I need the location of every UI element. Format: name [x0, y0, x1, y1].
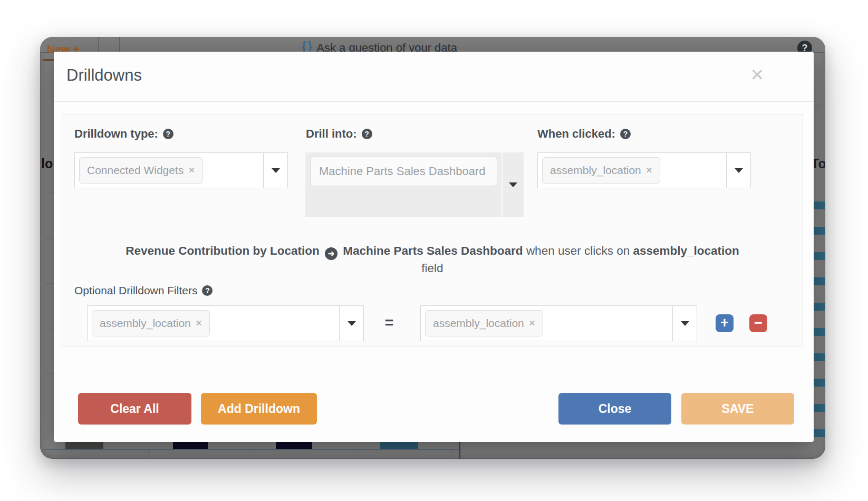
close-button[interactable]: Close	[558, 393, 671, 425]
background-panel-border	[459, 441, 460, 459]
remove-icon[interactable]: ✕	[188, 166, 195, 175]
app-window: New + { } Ask a question of your data ? …	[40, 37, 825, 459]
dropdown-arrow-button[interactable]	[501, 152, 524, 217]
background-table-bar	[813, 353, 825, 361]
add-drilldown-button[interactable]: Add Drilldown	[201, 393, 317, 425]
background-chart-bar	[380, 442, 418, 449]
save-button[interactable]: SAVE	[681, 393, 794, 425]
background-row-line	[40, 283, 54, 284]
drilldown-settings-panel: Drilldown type: ? Drill into: ? When cli…	[62, 114, 803, 346]
clear-all-button[interactable]: Clear All	[78, 393, 191, 425]
background-table-bar	[813, 303, 825, 311]
help-icon[interactable]: ?	[362, 129, 372, 139]
summary-line-2: field	[62, 260, 803, 276]
chevron-down-icon	[509, 182, 517, 187]
background-row-line	[40, 238, 54, 239]
drill-into-select[interactable]: Machine Parts Sales Dashboard	[305, 152, 524, 217]
filter-left-select[interactable]: assembly_location ✕	[87, 305, 364, 341]
background-chart-gridline	[148, 450, 149, 459]
background-table-bar	[813, 328, 825, 336]
plus-icon: +	[720, 315, 729, 331]
background-row-line	[40, 192, 54, 193]
background-row-line	[813, 105, 825, 106]
toolbar-divider	[119, 37, 120, 53]
background-chart-gridline	[45, 450, 45, 459]
background-chart-gridline	[359, 450, 359, 459]
arrow-circle-right-icon: ➜	[325, 247, 337, 260]
drilldown-type-tag: Connected Widgets ✕	[79, 157, 203, 184]
background-chart-bar	[65, 442, 103, 449]
drilldown-summary: Revenue Contribution by Location ➜ Machi…	[62, 243, 803, 276]
dropdown-arrow-button[interactable]	[672, 306, 697, 341]
modal-title: Drilldowns	[66, 66, 142, 85]
chevron-down-icon	[735, 168, 743, 173]
background-chart-bar	[173, 442, 208, 449]
background-table-bar	[813, 379, 825, 387]
dropdown-arrow-button[interactable]	[339, 306, 363, 341]
dropdown-arrow-button[interactable]	[726, 153, 750, 188]
background-table-bar	[813, 404, 825, 412]
drill-into-label: Drill into: ?	[306, 127, 372, 141]
chevron-down-icon	[348, 321, 356, 326]
remove-icon[interactable]: ✕	[196, 319, 202, 328]
background-row-line	[40, 373, 54, 374]
background-chart-gridline	[451, 450, 452, 459]
background-chart-axis	[40, 449, 460, 450]
help-icon[interactable]: ?	[202, 285, 213, 296]
background-row-line	[40, 329, 54, 329]
remove-icon[interactable]: ✕	[646, 166, 653, 175]
when-clicked-label: When clicked: ?	[537, 127, 631, 141]
dropdown-arrow-button[interactable]	[263, 153, 287, 188]
drill-into-value-pill: Machine Parts Sales Dashboard	[310, 157, 497, 186]
background-chart-bar	[276, 442, 312, 449]
help-icon[interactable]: ?	[620, 129, 631, 139]
background-table-bar	[813, 429, 825, 437]
remove-filter-button[interactable]: −	[749, 314, 767, 332]
filter-right-select[interactable]: assembly_location ✕	[420, 305, 697, 341]
background-text-fragment: lo	[41, 156, 53, 171]
modal-header: Drilldowns ✕	[54, 52, 814, 102]
toolbar-divider	[98, 37, 99, 53]
drilldowns-modal: Drilldowns ✕ Drilldown type: ? Drill int…	[54, 52, 814, 442]
background-table-bar	[813, 227, 825, 235]
when-clicked-select[interactable]: assembly_location ✕	[537, 152, 751, 188]
background-chart-gridline	[254, 450, 254, 459]
filter-right-tag: assembly_location ✕	[425, 310, 543, 336]
help-icon[interactable]: ?	[163, 129, 173, 139]
add-filter-button[interactable]: +	[716, 314, 734, 332]
footer-divider	[54, 372, 814, 372]
chevron-down-icon	[681, 321, 689, 326]
equals-operator: =	[379, 305, 400, 341]
drilldown-type-label: Drilldown type: ?	[74, 127, 173, 141]
minus-icon: −	[754, 315, 763, 331]
filter-left-tag: assembly_location ✕	[92, 310, 210, 336]
drilldown-type-select[interactable]: Connected Widgets ✕	[74, 152, 288, 188]
summary-line-1: Revenue Contribution by Location ➜ Machi…	[62, 243, 803, 260]
when-clicked-tag: assembly_location ✕	[542, 157, 660, 184]
background-table-bar	[813, 201, 825, 209]
close-icon[interactable]: ✕	[746, 63, 769, 86]
chevron-down-icon	[272, 168, 280, 173]
background-table-bar	[813, 252, 825, 260]
background-row-line	[813, 68, 825, 68]
optional-filters-label: Optional Drilldown Filters ?	[74, 284, 213, 297]
background-table-bar	[813, 277, 825, 285]
remove-icon[interactable]: ✕	[529, 319, 536, 328]
